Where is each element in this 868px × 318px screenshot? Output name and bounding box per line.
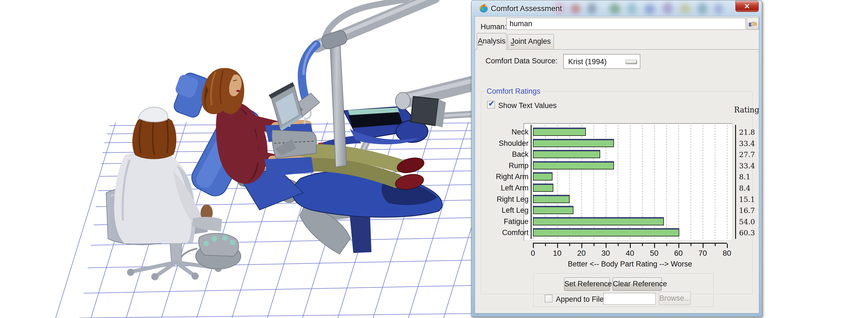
viewport-3d[interactable]: [0, 0, 471, 318]
option-menu-icon: [625, 60, 637, 64]
analysis-tab-page: Comfort Data Source: Krist (1994) Comfor…: [475, 49, 759, 310]
set-reference-button[interactable]: Set Reference: [564, 278, 610, 291]
titlebar[interactable]: Comfort Assessment ✕: [471, 0, 762, 16]
append-to-file-checkbox[interactable]: [545, 294, 553, 302]
comfort-assessment-dialog: Comfort Assessment ✕ Human: Analysis Joi…: [471, 0, 762, 317]
append-to-file-label: Append to File:: [556, 295, 606, 304]
dialog-client-area: Human: Analysis Joint Angles Comfort Dat…: [475, 16, 759, 313]
window-title: Comfort Assessment: [491, 4, 562, 13]
reference-groupbox: Set Reference Clear Reference Append to …: [533, 273, 714, 307]
clear-reference-button[interactable]: Clear Reference: [613, 278, 661, 291]
check-icon: ✔: [488, 99, 494, 108]
tab-joint-angles[interactable]: Joint Angles: [507, 34, 554, 49]
comfort-ratings-title: Comfort Ratings: [485, 87, 542, 96]
close-button[interactable]: ✕: [736, 1, 758, 12]
show-text-values-label: Show Text Values: [498, 101, 557, 110]
scene-svg: [0, 0, 471, 318]
append-file-input[interactable]: [603, 293, 655, 305]
comfort-data-source-value: Krist (1994): [568, 58, 607, 66]
human-input[interactable]: [506, 18, 746, 30]
show-text-values-checkbox[interactable]: ✔: [487, 101, 495, 108]
tab-analysis[interactable]: Analysis: [477, 33, 506, 50]
human-label: Human:: [480, 23, 507, 31]
nurse-cap: [138, 107, 168, 122]
comfort-ratings-groupbox: [481, 92, 753, 294]
comfort-data-source-label: Comfort Data Source:: [486, 57, 557, 65]
pick-hand-icon: [749, 20, 757, 28]
browse-button[interactable]: Browse...: [659, 292, 691, 305]
patient-lips: [236, 90, 240, 92]
pick-human-button[interactable]: [747, 18, 759, 30]
patient-shoe-right: [396, 155, 426, 176]
comfort-data-source-dropdown[interactable]: Krist (1994): [563, 54, 641, 69]
app-swirl-icon: [478, 3, 489, 13]
